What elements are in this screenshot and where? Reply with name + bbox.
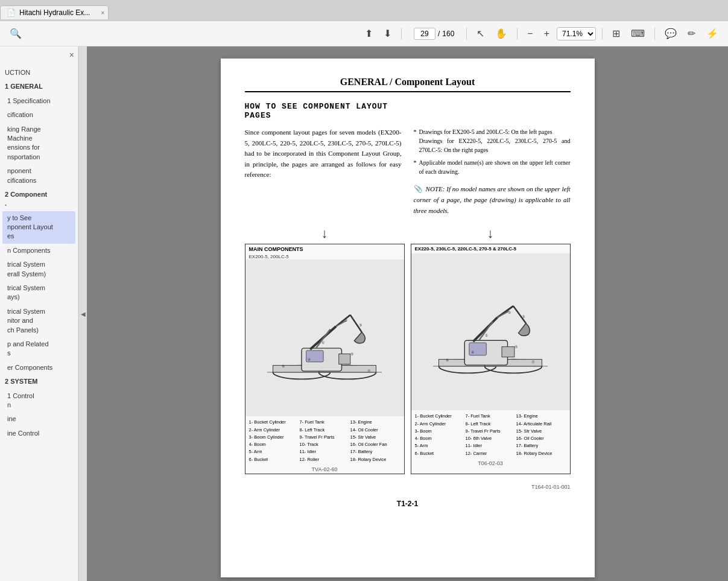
page-separator: /	[438, 30, 440, 38]
note-text-1: Drawings for EX200-5 and 200LC-5: On the…	[419, 127, 571, 154]
svg-text:②: ②	[344, 319, 347, 323]
sidebar-item-pump-related[interactable]: p and Relateds	[2, 337, 75, 361]
edit-button[interactable]: ✏	[684, 25, 699, 42]
svg-text:②: ②	[508, 311, 511, 314]
sidebar-item-electrical-monitor[interactable]: trical Systemnitor andch Panels)	[2, 305, 75, 337]
sidebar-item-electrical-displays[interactable]: trical Systemays)	[2, 281, 75, 305]
pdf-intro-text: Since component layout pages for seven m…	[245, 129, 402, 178]
svg-text:⑤: ⑤	[350, 352, 353, 356]
bullet-2: *	[414, 158, 417, 176]
sidebar-collapse-handle[interactable]: ◀	[78, 46, 87, 581]
sidebar-item-specification-1[interactable]: 1 Specification	[2, 94, 75, 108]
keyboard-button[interactable]: ⌨	[627, 25, 648, 42]
main-layout: × UCTION 1 GENERAL 1 Specification cific…	[0, 46, 728, 581]
reference-code: T164-01-01-001	[245, 484, 571, 490]
upload-button[interactable]: ⬆	[361, 25, 376, 42]
separator-4	[602, 28, 603, 40]
separator-5	[654, 28, 655, 40]
left-diagram-image: ① ② ③ ④ ⑤ ⑥ ⑦	[245, 259, 404, 416]
highlight-button[interactable]: ⚡	[703, 25, 722, 42]
sidebar-item-component-spec[interactable]: nponentcifications	[2, 164, 75, 188]
page-number-input[interactable]	[414, 28, 435, 40]
right-diagram-title: EX220-5, 230LC-5, 220LC-5, 270-5 & 270LC…	[411, 244, 570, 253]
sidebar-item-electrical-overall[interactable]: trical Systemerall System)	[2, 258, 75, 281]
right-diagram-wrapper: ↓ EX220-5, 230LC-5, 220LC-5, 270-5 & 270…	[411, 226, 571, 474]
pdf-page: GENERAL / Component Layout HOW TO SEE CO…	[221, 59, 595, 577]
search-button[interactable]: 🔍	[6, 25, 25, 42]
tab-bar: 📄 Hitachi Hydraulic Ex... ×	[0, 0, 728, 21]
page-navigation: / 160	[414, 28, 454, 40]
pdf-section-title: HOW TO SEE COMPONENT LAYOUTPAGES	[245, 102, 571, 120]
zoom-out-icon: −	[527, 28, 533, 39]
svg-text:⑦: ⑦	[531, 361, 534, 364]
svg-text:⑥: ⑥	[282, 365, 285, 369]
sidebar-item-main-components[interactable]: n Components	[2, 244, 75, 258]
pdf-viewer[interactable]: GENERAL / Component Layout HOW TO SEE CO…	[87, 46, 728, 581]
svg-text:⑥: ⑥	[446, 359, 449, 363]
comment-icon: 💬	[665, 28, 677, 39]
sidebar-item-control[interactable]: 1 Controln	[2, 389, 75, 413]
svg-line-31	[497, 311, 508, 317]
note-model-names: * Applicable model name(s) are shown on …	[414, 158, 571, 176]
right-diagram: EX220-5, 230LC-5, 220LC-5, 270-5 & 270LC…	[411, 244, 571, 474]
cursor-icon: ↖	[476, 28, 484, 39]
tab-close-button[interactable]: ×	[101, 9, 105, 16]
tab-favicon: 📄	[7, 8, 16, 17]
left-excavator-svg: ① ② ③ ④ ⑤ ⑥ ⑦	[261, 281, 388, 395]
fit-icon: ⊞	[612, 28, 620, 39]
sidebar-item-component-2[interactable]: 2 Component.	[2, 188, 75, 211]
left-diagram-title: MAIN COMPONENTS	[245, 244, 404, 254]
right-excavator-svg: ① ② ③ ④ ⑤ ⑥ ⑦	[427, 275, 554, 389]
right-diagram-legend: 1- Bucket Cylinder 7- Fuel Tank 13- Engi…	[411, 410, 570, 459]
pdf-body: Since component layout pages for seven m…	[245, 127, 571, 216]
svg-text:③: ③	[359, 323, 362, 327]
collapse-chevron-icon: ◀	[81, 311, 86, 317]
pdf-page-number: T1-2-1	[245, 500, 571, 508]
upload-icon: ⬆	[365, 28, 373, 39]
left-diagram-code: TVA-02-60	[245, 465, 404, 474]
sidebar-item-how-to-see[interactable]: y to Seenponent Layoutes	[2, 211, 75, 244]
highlight-icon: ⚡	[706, 28, 718, 39]
browser-chrome: 📄 Hitachi Hydraulic Ex... ×	[0, 0, 728, 21]
left-diagram-subtitle: EX200-5, 200LC-5	[245, 254, 404, 259]
clip-note-text: NOTE: If no model names are shown on the…	[414, 185, 571, 214]
zoom-in-button[interactable]: +	[540, 26, 553, 42]
keyboard-icon: ⌨	[631, 28, 645, 39]
zoom-select[interactable]: 71.1% 50% 75% 100% 125% 150%	[557, 27, 596, 40]
sidebar-close-button[interactable]: ×	[69, 50, 74, 60]
sidebar-item-introduction[interactable]: UCTION	[2, 66, 75, 80]
svg-text:⑦: ⑦	[367, 369, 370, 373]
clip-note-container: 📎 NOTE: If no model names are shown on t…	[414, 183, 571, 216]
sidebar-item-engine[interactable]: ine	[2, 412, 75, 426]
active-tab[interactable]: 📄 Hitachi Hydraulic Ex... ×	[0, 5, 109, 19]
cursor-tool-button[interactable]: ↖	[473, 25, 488, 42]
zoom-out-button[interactable]: −	[524, 26, 536, 42]
pdf-page-title: GENERAL / Component Layout	[245, 77, 571, 92]
svg-rect-32	[502, 347, 514, 357]
separator-2	[466, 28, 467, 40]
page-total: 160	[442, 30, 454, 38]
note-drawings-left: * Drawings for EX200-5 and 200LC-5: On t…	[414, 127, 571, 154]
left-arrow-icon: ↓	[321, 226, 328, 241]
sidebar-item-other-components[interactable]: er Components	[2, 361, 75, 375]
sidebar: × UCTION 1 GENERAL 1 Specification cific…	[0, 46, 78, 581]
pdf-diagrams-container: ↓ MAIN COMPONENTS EX200-5, 200LC-5	[245, 226, 571, 474]
sidebar-item-working-range[interactable]: king RangeMachineensions fornsportation	[2, 122, 75, 165]
comment-button[interactable]: 💬	[661, 25, 680, 42]
separator-3	[517, 28, 518, 40]
left-diagram: MAIN COMPONENTS EX200-5, 200LC-5	[245, 244, 405, 474]
download-icon: ⬇	[384, 28, 391, 39]
svg-text:③: ③	[522, 316, 525, 319]
sidebar-item-general[interactable]: 1 GENERAL	[2, 80, 75, 94]
tab-title: Hitachi Hydraulic Ex...	[19, 8, 90, 17]
download-button[interactable]: ⬇	[380, 25, 395, 42]
toolbar: 🔍 ⬆ ⬇ / 160 ↖ ✋ − + 71.1% 50% 75% 100% 1…	[0, 21, 728, 46]
fit-page-button[interactable]: ⊞	[609, 25, 624, 42]
sidebar-item-specification-2[interactable]: cification	[2, 108, 75, 122]
hand-tool-button[interactable]: ✋	[492, 25, 511, 42]
sidebar-item-system-2[interactable]: 2 SYSTEM	[2, 375, 75, 389]
right-diagram-image: ① ② ③ ④ ⑤ ⑥ ⑦	[411, 253, 570, 410]
pdf-left-col: Since component layout pages for seven m…	[245, 127, 402, 216]
svg-line-10	[316, 329, 331, 348]
sidebar-item-engine-control[interactable]: ine Control	[2, 427, 75, 440]
